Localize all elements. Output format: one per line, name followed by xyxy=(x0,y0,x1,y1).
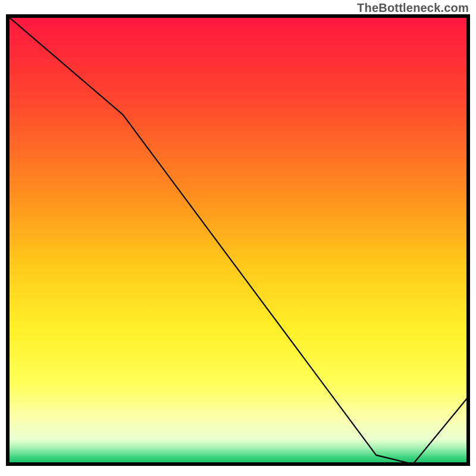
gradient-background xyxy=(8,16,468,464)
chart-svg xyxy=(0,0,476,476)
